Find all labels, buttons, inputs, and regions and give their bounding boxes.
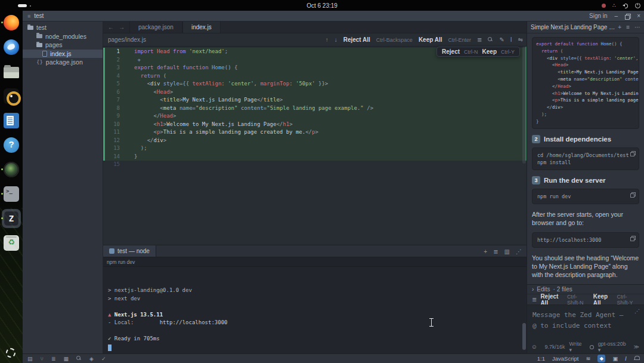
volume-icon[interactable] bbox=[623, 3, 628, 8]
search-icon[interactable] bbox=[76, 356, 82, 361]
diagnostics-icon[interactable]: ◈ bbox=[89, 356, 94, 362]
model-selector[interactable]: gpt-oss:20b ▾ bbox=[598, 341, 630, 353]
close-icon[interactable]: × bbox=[637, 13, 640, 19]
tasks-icon[interactable]: ≣ bbox=[493, 248, 498, 255]
dock-item-trash[interactable] bbox=[2, 233, 21, 253]
minimize-icon[interactable]: – bbox=[615, 13, 618, 19]
settings-icon[interactable]: ⊙ bbox=[532, 344, 537, 350]
search-icon[interactable] bbox=[488, 37, 493, 42]
reject-all-button[interactable]: Reject All bbox=[343, 36, 370, 43]
new-terminal-icon[interactable]: + bbox=[484, 248, 487, 255]
apps-menu-icon[interactable] bbox=[6, 348, 16, 358]
notifications-bell-icon[interactable] bbox=[634, 356, 639, 361]
prev-hunk-icon[interactable]: ↑ bbox=[326, 36, 329, 43]
agent-paragraph: After the server starts, open your brows… bbox=[532, 210, 639, 227]
network-icon[interactable]: ∴ bbox=[612, 2, 616, 8]
clock[interactable]: Oct 6 23:19 bbox=[0, 2, 644, 9]
collab-icon[interactable]: ▦ bbox=[63, 356, 69, 362]
agent-keep-all-kbd: Ctrl-Shift-Y bbox=[617, 294, 639, 306]
new-thread-icon[interactable]: + bbox=[618, 24, 621, 30]
history-icon[interactable]: ≡ bbox=[626, 24, 630, 30]
edit-icon[interactable]: ✎ bbox=[499, 36, 504, 43]
nav-back-icon[interactable]: ← bbox=[108, 24, 114, 30]
agent-code-line: <title>My Next.js Landing Page</title> bbox=[536, 69, 635, 76]
terminal-toggle-icon[interactable]: ▣ bbox=[612, 355, 618, 362]
dock-items bbox=[0, 13, 23, 253]
inline-assist-icon[interactable]: I bbox=[510, 36, 512, 43]
language-selector[interactable]: JavaScript bbox=[552, 355, 578, 362]
message-editor[interactable]: Message the Zed Agent — @ to include con… bbox=[527, 304, 644, 342]
agent-thread-title[interactable]: Simple Next.js Landing Page Example bbox=[531, 24, 618, 30]
hunk-list-icon[interactable]: ≣ bbox=[477, 36, 482, 43]
more-menu-icon[interactable]: ⋯ bbox=[634, 24, 640, 30]
tree-item-package-json[interactable]: {} package.json bbox=[23, 58, 103, 67]
install-command: cd /home/sglang/Documents/test npm insta… bbox=[537, 152, 629, 165]
keep-all-button[interactable]: Keep All bbox=[419, 36, 442, 43]
dock-item-office[interactable] bbox=[2, 111, 21, 130]
project-title[interactable]: test bbox=[34, 13, 44, 19]
sign-in-button[interactable]: Sign in bbox=[589, 13, 608, 19]
expand-terminal-icon[interactable]: ⋰ bbox=[516, 248, 522, 255]
tasks-icon[interactable]: ✓ bbox=[101, 356, 106, 362]
dock-item-zed[interactable] bbox=[2, 209, 21, 228]
agent-code-line: </Head> bbox=[536, 83, 635, 90]
power-icon[interactable] bbox=[635, 3, 640, 8]
outline-icon[interactable]: ≣ bbox=[51, 356, 56, 362]
copy-icon[interactable] bbox=[630, 192, 635, 197]
tree-item-root[interactable]: test bbox=[23, 23, 103, 32]
breadcrumb[interactable]: pages/index.js bbox=[108, 36, 146, 43]
copy-icon[interactable] bbox=[630, 151, 635, 156]
hamburger-icon[interactable]: ≡ bbox=[27, 13, 30, 19]
terminal-task-row[interactable]: npm run dev bbox=[103, 257, 527, 267]
recording-indicator-icon[interactable] bbox=[602, 4, 606, 8]
project-panel-icon[interactable]: ▤ bbox=[27, 356, 33, 362]
agent-panel-toggle-icon[interactable]: ◆ bbox=[597, 355, 605, 362]
chevron-right-icon[interactable]: › bbox=[532, 286, 534, 293]
edit-prediction-icon[interactable]: ≋ bbox=[586, 355, 590, 362]
folder-icon bbox=[36, 34, 42, 38]
terminal-line: - Local: http://localhost:3000 bbox=[108, 319, 527, 327]
dock-item-firefox[interactable] bbox=[2, 13, 21, 32]
send-icon[interactable]: ≫ bbox=[634, 344, 639, 350]
terminal-output[interactable]: > nextjs-landing@0.1.0 dev> next dev▲ Ne… bbox=[103, 267, 527, 353]
tree-item-index-js[interactable]: index.js bbox=[23, 50, 103, 59]
tab-index-js[interactable]: index.js bbox=[182, 21, 221, 33]
dock-item-media[interactable] bbox=[2, 87, 21, 106]
dock-item-terminal[interactable] bbox=[2, 184, 21, 204]
tab-package-json[interactable]: package.json bbox=[129, 21, 182, 33]
tree-item-pages[interactable]: pages bbox=[23, 41, 103, 50]
folder-open-icon bbox=[27, 26, 33, 30]
next-hunk-icon[interactable]: ↓ bbox=[335, 36, 338, 43]
dock-item-camera[interactable] bbox=[2, 160, 21, 179]
agent-code-line: <Head> bbox=[536, 61, 635, 69]
terminal-tab[interactable]: test — node bbox=[103, 245, 156, 257]
code-editor[interactable]: 1import Head from 'next/head';2 +3export… bbox=[103, 47, 527, 245]
restore-icon[interactable] bbox=[625, 14, 630, 19]
terminal-line: ✓ Ready in 705ms bbox=[108, 335, 527, 343]
project-panel: test node_modules pages index.js bbox=[23, 21, 103, 353]
token-count: 9.7k/16k bbox=[545, 344, 565, 350]
wrap-icon[interactable]: ⇋ bbox=[518, 36, 523, 43]
git-branch-icon[interactable]: ⑂ bbox=[41, 356, 44, 362]
media-icon bbox=[4, 88, 19, 104]
dock-item-files[interactable] bbox=[2, 62, 21, 81]
assistant-slash-icon[interactable]: / bbox=[625, 355, 627, 362]
dock-item-help[interactable] bbox=[2, 136, 21, 155]
edits-label[interactable]: Edits bbox=[537, 286, 550, 293]
split-icon[interactable]: ▥ bbox=[504, 248, 510, 255]
step-3-heading: 3 Run the dev server bbox=[532, 176, 639, 184]
tree-item-node-modules[interactable]: node_modules bbox=[23, 32, 103, 41]
reject-button[interactable]: Reject bbox=[442, 48, 460, 55]
keep-kbd: Ctrl-Y bbox=[501, 49, 515, 55]
agent-message[interactable]: export default function Home() { return … bbox=[527, 33, 644, 284]
review-list-icon[interactable]: ≣ bbox=[532, 296, 537, 303]
window-titlebar[interactable]: ≡ test Sign in – × bbox=[23, 11, 644, 21]
copy-icon[interactable] bbox=[630, 236, 635, 241]
dock-item-thunderbird[interactable] bbox=[2, 38, 21, 57]
mode-selector[interactable]: Write ▾ bbox=[569, 341, 586, 353]
terminal-scrollbar[interactable] bbox=[522, 323, 526, 350]
nav-forward-icon[interactable]: → bbox=[119, 24, 125, 30]
expand-composer-icon[interactable]: ⋰ bbox=[634, 308, 640, 314]
keep-button[interactable]: Keep bbox=[482, 48, 497, 55]
cursor-position[interactable]: 1:1 bbox=[537, 355, 545, 362]
